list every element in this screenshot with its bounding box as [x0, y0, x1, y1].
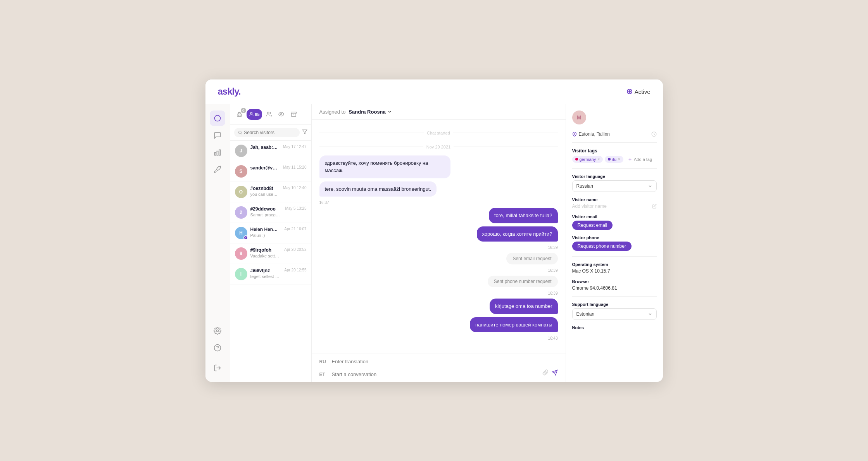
filter-button[interactable]	[302, 129, 307, 136]
translation-input-row: RU	[319, 359, 558, 364]
svg-marker-18	[302, 130, 307, 134]
request-email-button[interactable]: Request email	[572, 221, 613, 230]
person-count: 85	[255, 112, 260, 117]
message-time: 16:37	[319, 200, 329, 205]
browser-section: Browser Chrome 94.0.4606.81	[572, 279, 657, 291]
language-value: Russian	[576, 183, 593, 189]
nav-rocket-icon[interactable]	[210, 162, 225, 177]
nav-analytics-icon[interactable]	[210, 145, 225, 160]
visitor-name-section: Visitor name Add visitor name	[572, 197, 657, 209]
unread-badge: ✓	[243, 235, 248, 240]
svg-line-17	[241, 133, 242, 134]
tag-remove[interactable]: ×	[597, 157, 600, 161]
support-language-dropdown[interactable]: Estonian	[572, 308, 657, 320]
tag-item: ilu ×	[605, 156, 623, 163]
list-item[interactable]: J Jah, saab: Settings > Chat >... May 17…	[230, 141, 311, 161]
message-bubble: kirjutage oma toa number	[490, 299, 557, 314]
svg-point-13	[281, 114, 282, 115]
list-item[interactable]: O #oeznbd8t you can use all functions du…	[230, 182, 311, 202]
assigned-dropdown[interactable]: Sandra Roosna	[349, 109, 392, 115]
visitor-message: Palun :)	[250, 233, 280, 238]
list-item[interactable]: I #i68vtjnz tegelt sellest juba on kasu!…	[230, 264, 311, 285]
visitor-message: tegelt sellest juba on kasu!	[250, 274, 280, 279]
os-value: Mac OS X 10.15.7	[572, 268, 657, 274]
active-label: Active	[635, 88, 651, 95]
tag-dot-icon	[575, 158, 578, 161]
tag-label: germany	[580, 157, 596, 162]
nav-help-icon[interactable]	[210, 340, 225, 356]
info-avatar: M	[572, 111, 586, 124]
list-item[interactable]: 9 #9irqofoh Vaadake settings läbi, seal …	[230, 243, 311, 264]
visitor-tags-label: Visitor tags	[572, 148, 657, 154]
visitor-name-placeholder: Add visitor name	[572, 204, 607, 209]
location-icon	[572, 132, 577, 136]
assigned-label: Assigned to	[319, 109, 346, 115]
chat-footer: RU ET	[312, 354, 566, 382]
visitor-phone-section: Visitor phone Request phone number	[572, 235, 657, 251]
tag-remove[interactable]: ×	[618, 157, 620, 161]
avatar: J	[235, 145, 247, 157]
tab-bot[interactable]: 0	[234, 109, 245, 120]
visitor-email-section: Visitor email Request email	[572, 214, 657, 230]
tab-eye[interactable]	[276, 109, 287, 120]
visitor-name: Jah, saab: Settings > Chat >...	[250, 145, 278, 150]
add-tag-button[interactable]: Add a tag	[625, 156, 654, 163]
location-row: Estonia, Tallinn	[572, 131, 657, 137]
nav-logout-icon[interactable]	[210, 360, 225, 376]
svg-point-16	[238, 131, 241, 133]
chat-header: Assigned to Sandra Roosna	[312, 104, 566, 120]
visitor-message: Vaadake settings läbi, seal e...	[250, 254, 280, 258]
avatar: I	[235, 268, 247, 280]
search-input[interactable]	[244, 130, 295, 135]
visitor-time: May 10 12:40	[283, 186, 307, 190]
visitor-tags-section: Visitor tags germany × ilu × Add a ta	[572, 148, 657, 163]
nav-message-icon[interactable]	[210, 128, 225, 143]
message-bubble: здравствуйте, хочу поменять бронировку н…	[319, 155, 450, 178]
lang-et-label: ET	[319, 372, 329, 377]
attachment-icon[interactable]	[542, 369, 549, 377]
tag-label: ilu	[612, 157, 616, 162]
avatar: 9	[235, 247, 247, 260]
add-tag-label: Add a tag	[634, 157, 652, 162]
svg-rect-3	[219, 150, 220, 155]
message-input[interactable]	[332, 371, 539, 377]
bot-badge: 0	[241, 108, 246, 113]
message-time: 16:39	[548, 245, 557, 250]
active-status: Active	[627, 88, 651, 95]
nav-settings-icon[interactable]	[210, 323, 225, 338]
visitor-name-row: Add visitor name	[572, 204, 657, 209]
browser-value: Chrome 94.0.4606.81	[572, 285, 657, 291]
visitor-language-dropdown[interactable]: Russian	[572, 180, 657, 192]
system-message: Sent email request	[506, 253, 557, 264]
search-box[interactable]	[234, 128, 300, 137]
visitor-name: sander@vdisain.ee	[250, 165, 278, 171]
nav-chat-icon[interactable]	[210, 111, 225, 126]
visitor-avatar-section: M	[572, 111, 657, 126]
edit-icon[interactable]	[652, 204, 657, 209]
svg-rect-1	[215, 152, 216, 155]
visitor-name-label: Visitor name	[572, 197, 657, 202]
list-item[interactable]: 2 #29ddcwoo Samuti praegu juba 20-30%...…	[230, 202, 311, 223]
svg-point-4	[217, 330, 219, 332]
chat-messages: Chat started Nov 29 2021 здравствуйте, х…	[312, 120, 566, 354]
message-input-row: ET	[319, 369, 558, 377]
list-item[interactable]: H ✓ Helen Hendrikson Palun :) Apr 21 16:…	[230, 223, 311, 243]
visitor-panel: 0 85	[230, 104, 312, 382]
svg-point-12	[267, 112, 269, 114]
send-icon[interactable]	[552, 369, 558, 377]
visitor-time: Apr 20 12:55	[284, 268, 306, 272]
tab-archive[interactable]	[288, 109, 299, 120]
visitor-time: May 17 12:47	[283, 145, 307, 149]
visitor-time: May 11 15:20	[283, 165, 307, 169]
visitor-phone-label: Visitor phone	[572, 235, 657, 240]
list-item[interactable]: S sander@vdisain.ee May 11 15:20	[230, 161, 311, 182]
app-logo: askly.	[218, 86, 241, 97]
request-phone-button[interactable]: Request phone number	[572, 242, 632, 251]
tags-row: germany × ilu × Add a tag	[572, 156, 657, 163]
chat-input-icons	[542, 369, 558, 377]
translation-input[interactable]	[332, 359, 558, 364]
date-divider: Nov 29 2021	[319, 145, 558, 149]
tab-group[interactable]	[264, 109, 274, 120]
message-bubble: tore, millal tahaksite tulla?	[489, 208, 558, 223]
tab-person[interactable]: 85	[247, 109, 262, 120]
